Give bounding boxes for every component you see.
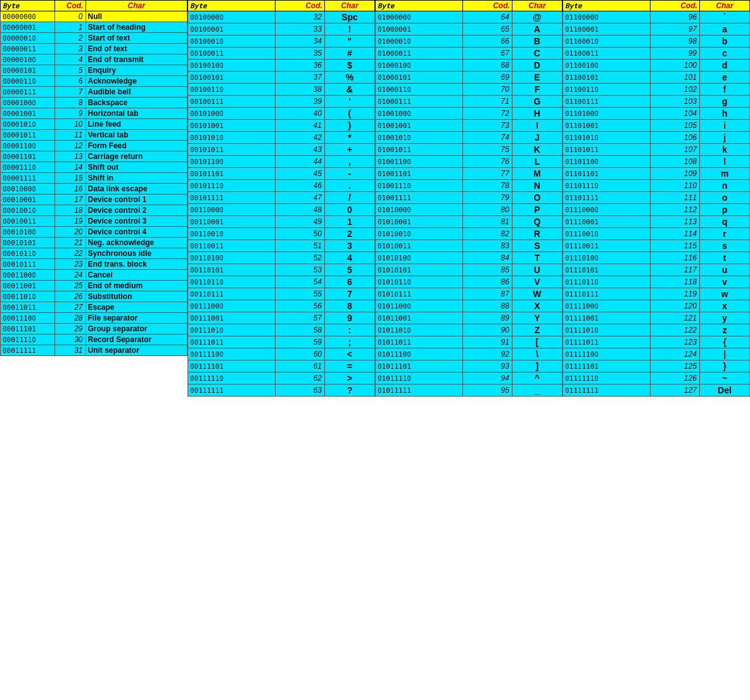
table-row: 00110010502 (188, 228, 375, 240)
byte-cell: 00110011 (188, 240, 276, 252)
table-row: 0001110028File separator (1, 313, 188, 324)
table-row: 0101101191[ (376, 336, 562, 348)
cod-cell: 22 (55, 248, 86, 259)
cod-cell: 81 (463, 216, 512, 228)
char-cell: Enquiry (86, 65, 187, 76)
cod-cell: 116 (651, 252, 700, 264)
char-cell: e (699, 72, 749, 84)
char-cell: X (512, 300, 562, 312)
table-row: 0010100040( (188, 108, 375, 120)
table-row: 0101100088X (376, 300, 562, 312)
th-char-1: Char (324, 1, 374, 11)
cod-cell: 125 (651, 360, 700, 372)
byte-cell: 01000111 (376, 96, 463, 108)
th-cod-1: Cod. (276, 1, 325, 11)
byte-cell: 00010011 (1, 216, 55, 227)
cod-cell: 124 (651, 348, 700, 360)
char-cell: w (699, 288, 749, 300)
byte-cell: 01000100 (376, 60, 463, 72)
byte-cell: 00010100 (1, 227, 55, 238)
byte-cell: 00000001 (1, 22, 55, 33)
table-row: 0100000064@ (376, 11, 562, 23)
char-cell: y (699, 312, 749, 324)
cod-cell: 47 (276, 192, 325, 204)
char-cell: J (512, 132, 562, 144)
char-cell: Shift out (86, 162, 187, 173)
cod-cell: 120 (651, 300, 700, 312)
cod-cell: 108 (651, 156, 700, 168)
byte-cell: 01101100 (563, 156, 651, 168)
char-cell: F (512, 84, 562, 96)
char-cell: ! (324, 23, 374, 35)
cod-cell: 53 (276, 264, 325, 276)
char-cell: 6 (324, 276, 374, 288)
char-cell: H (512, 108, 562, 120)
table-row: 0001001018Device control 2 (1, 205, 188, 216)
char-cell: Escape (86, 302, 187, 313)
section-2: ByteCod.Char0100000064@0100000165A010000… (375, 0, 562, 397)
byte-cell: 01010011 (376, 240, 463, 252)
char-cell: 2 (324, 228, 374, 240)
byte-cell: 00011000 (1, 270, 55, 281)
char-cell: \ (512, 348, 562, 360)
table-row: 0001001119Device control 3 (1, 216, 188, 227)
byte-cell: 00001100 (1, 141, 55, 151)
byte-cell: 00111101 (188, 360, 276, 372)
byte-cell: 01000001 (376, 23, 463, 35)
char-cell: ( (324, 108, 374, 120)
table-row: 0100010068D (376, 60, 562, 72)
cod-cell: 1 (55, 22, 86, 33)
byte-cell: 00101000 (188, 108, 276, 120)
table-row: 01101000104h (563, 108, 750, 120)
table-row: 0001110129Group separator (1, 324, 188, 334)
cod-cell: 35 (276, 48, 325, 60)
byte-cell: 00110110 (188, 276, 276, 288)
table-row: 01110010114r (563, 228, 750, 240)
char-cell: 0 (324, 204, 374, 216)
byte-cell: 00100011 (188, 48, 276, 60)
table-row: 000001106Acknowledge (1, 76, 188, 87)
byte-cell: 01100101 (563, 72, 651, 84)
char-cell: B (512, 35, 562, 48)
byte-cell: 00111010 (188, 324, 276, 336)
table-row: 000001004End of transmit (1, 54, 188, 65)
byte-cell: 00011010 (1, 291, 55, 302)
section-1: ByteCod.Char0010000032Spc0010000133!0010… (188, 0, 375, 397)
byte-cell: 00100101 (188, 72, 276, 84)
th-cod-3: Cod. (651, 1, 700, 11)
cod-cell: 6 (55, 76, 86, 87)
cod-cell: 7 (55, 87, 86, 98)
byte-cell: 01100000 (563, 11, 651, 23)
byte-cell: 01001001 (376, 120, 463, 132)
cod-cell: 123 (651, 336, 700, 348)
byte-cell: 01111011 (563, 336, 651, 348)
table-row: 000001117Audible bell (1, 87, 188, 98)
cod-cell: 9 (55, 108, 86, 119)
table-row: 0100010169E (376, 72, 562, 84)
cod-cell: 33 (276, 23, 325, 35)
th-char-2: Char (512, 1, 562, 11)
cod-cell: 26 (55, 291, 86, 302)
table-row: 01111001121y (563, 312, 750, 324)
byte-cell: 01101101 (563, 168, 651, 180)
cod-cell: 39 (276, 96, 325, 108)
byte-cell: 01001111 (376, 192, 463, 204)
char-cell: Group separator (86, 324, 187, 334)
table-row: 0010010137% (188, 72, 375, 84)
table-row: 0001111131Unit separator (1, 345, 188, 356)
cod-cell: 110 (651, 180, 700, 192)
table-row: 01101011107k (563, 144, 750, 156)
char-cell: > (324, 372, 374, 385)
char-cell: Acknowledge (86, 76, 187, 87)
table-row: 00110001491 (188, 216, 375, 228)
char-cell: i (699, 120, 749, 132)
cod-cell: 45 (276, 168, 325, 180)
table-row: 0101000181Q (376, 216, 562, 228)
cod-cell: 112 (651, 204, 700, 216)
char-cell: Neg. acknowledge (86, 238, 187, 248)
byte-cell: 01011010 (376, 324, 463, 336)
cod-cell: 0 (55, 11, 86, 22)
table-row: 01110111119w (563, 288, 750, 300)
cod-cell: 16 (55, 184, 86, 194)
cod-cell: 87 (463, 288, 512, 300)
